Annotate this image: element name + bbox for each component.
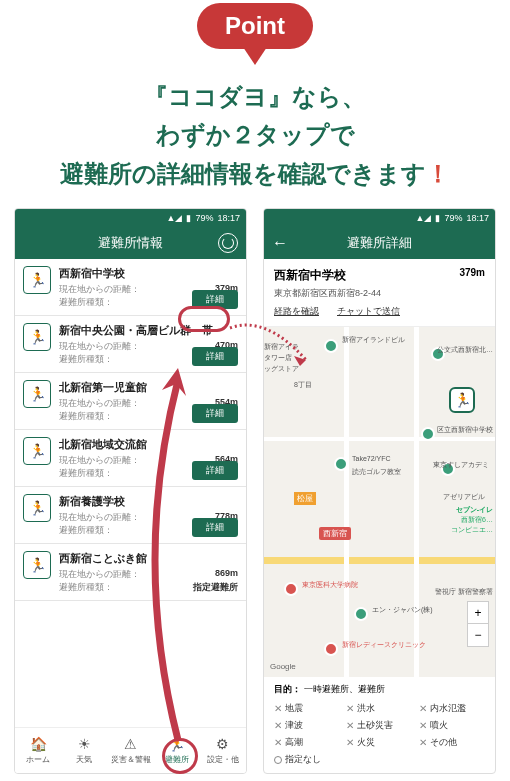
tab-weather[interactable]: ☀天気 — [61, 728, 107, 773]
map-poi-icon[interactable] — [324, 339, 338, 353]
weather-icon: ☀ — [78, 736, 91, 752]
gear-icon: ⚙ — [216, 736, 229, 752]
route-link[interactable]: 経路を確認 — [274, 305, 319, 318]
annotation-arrow-icon — [226, 320, 318, 378]
chat-link[interactable]: チャットで送信 — [337, 305, 400, 318]
point-label: Point — [225, 12, 285, 39]
station-badge: 西新宿 — [319, 527, 351, 540]
app-title: 避難所情報 — [98, 234, 163, 252]
detail-address: 東京都新宿区西新宿8-2-44 — [274, 287, 485, 300]
shelter-icon: 🏃 — [23, 494, 51, 522]
detail-button[interactable]: 詳細 — [192, 461, 238, 480]
hazards-grid: ✕地震 ✕洪水 ✕内水氾濫 ✕津波 ✕土砂災害 ✕噴火 ✕高潮 ✕火災 ✕その他… — [264, 702, 495, 766]
dist-label: 現在地からの距離： — [59, 283, 140, 296]
hazard-item: ✕火災 — [346, 736, 412, 749]
purpose-label: 目的： — [274, 684, 301, 694]
app-bar: 避難所情報 — [15, 226, 246, 259]
shelter-icon: 🏃 — [23, 323, 51, 351]
phone-shelter-detail: ▲◢ ▮ 79% 18:17 ← 避難所詳細 379m 西新宿中学校 東京都新宿… — [263, 208, 496, 774]
x-icon: ✕ — [346, 720, 354, 731]
map-view[interactable]: 新宿アイランドビル 新宿アイラ タワー店 ッグストア 公文式西新宿北… 8丁目 … — [264, 327, 495, 677]
time-text: 18:17 — [217, 213, 240, 223]
detail-button[interactable]: 詳細 — [192, 518, 238, 537]
x-icon: ✕ — [419, 703, 427, 714]
hazard-item: ✕噴火 — [419, 719, 485, 732]
hazard-item: ✕高潮 — [274, 736, 340, 749]
status-bar: ▲◢ ▮ 79% 18:17 — [264, 209, 495, 226]
battery-icon: ▮ — [435, 213, 440, 223]
zoom-in-icon[interactable]: + — [468, 602, 488, 624]
refresh-icon[interactable] — [218, 233, 238, 253]
hazard-item: ✕津波 — [274, 719, 340, 732]
shelter-icon: 🏃 — [23, 266, 51, 294]
map-poi-icon[interactable] — [284, 582, 298, 596]
back-icon[interactable]: ← — [272, 234, 288, 252]
item-name: 西新宿中学校 — [59, 266, 238, 281]
detail-header: 379m 西新宿中学校 東京都新宿区西新宿8-2-44 経路を確認 チャットで送… — [264, 259, 495, 327]
battery-icon: ▮ — [186, 213, 191, 223]
hazard-item: ✕洪水 — [346, 702, 412, 715]
point-badge: Point — [197, 3, 313, 65]
x-icon: ✕ — [419, 720, 427, 731]
hazard-item: ✕土砂災害 — [346, 719, 412, 732]
tab-settings[interactable]: ⚙設定・他 — [200, 728, 246, 773]
battery-text: 79% — [195, 213, 213, 223]
x-icon: ✕ — [274, 737, 282, 748]
circle-icon — [274, 756, 282, 764]
type-label: 避難所種類： — [59, 296, 113, 309]
detail-distance: 379m — [459, 267, 485, 278]
hazard-item: ✕その他 — [419, 736, 485, 749]
map-zoom[interactable]: +− — [467, 601, 489, 647]
app-bar: ← 避難所詳細 — [264, 226, 495, 259]
hazard-item: ✕地震 — [274, 702, 340, 715]
map-poi-icon[interactable] — [334, 457, 348, 471]
headline-line1: 『ココダヨ』なら、 — [0, 78, 510, 116]
headline: 『ココダヨ』なら、 わずか２タップで 避難所の詳細情報を確認できます！ — [0, 78, 510, 193]
x-icon: ✕ — [346, 703, 354, 714]
google-logo: Google — [270, 662, 296, 671]
detail-name: 西新宿中学校 — [274, 267, 485, 284]
annotation-arrow-icon — [112, 360, 198, 750]
headline-line2: わずか２タップで — [0, 116, 510, 154]
status-bar: ▲◢ ▮ 79% 18:17 — [15, 209, 246, 226]
station-badge: 松屋 — [294, 492, 316, 505]
headline-exclaim: ！ — [426, 160, 450, 187]
x-icon: ✕ — [274, 703, 282, 714]
purpose-row: 目的： 一時避難所、避難所 — [264, 677, 495, 702]
signal-icon: ▲◢ — [167, 213, 183, 223]
map-poi-icon[interactable] — [324, 642, 338, 656]
headline-line3a: 避難所の詳細情報を確認できます — [60, 160, 426, 187]
shelter-icon: 🏃 — [23, 551, 51, 579]
x-icon: ✕ — [274, 720, 282, 731]
zoom-out-icon[interactable]: − — [468, 624, 488, 646]
shelter-icon: 🏃 — [23, 380, 51, 408]
map-poi-icon[interactable] — [354, 607, 368, 621]
hazard-item: 指定なし — [274, 753, 340, 766]
hazard-item: ✕内水氾濫 — [419, 702, 485, 715]
annotation-ring-detail — [178, 306, 230, 332]
shelter-icon: 🏃 — [23, 437, 51, 465]
x-icon: ✕ — [419, 737, 427, 748]
shelter-pin-icon[interactable]: 🏃 — [449, 387, 475, 413]
signal-icon: ▲◢ — [416, 213, 432, 223]
map-poi-icon[interactable] — [421, 427, 435, 441]
x-icon: ✕ — [346, 737, 354, 748]
detail-button[interactable]: 詳細 — [192, 404, 238, 423]
tab-home[interactable]: 🏠ホーム — [15, 728, 61, 773]
point-tail-icon — [243, 47, 267, 65]
home-icon: 🏠 — [30, 736, 47, 752]
app-title: 避難所詳細 — [347, 234, 412, 252]
purpose-value: 一時避難所、避難所 — [304, 684, 385, 694]
